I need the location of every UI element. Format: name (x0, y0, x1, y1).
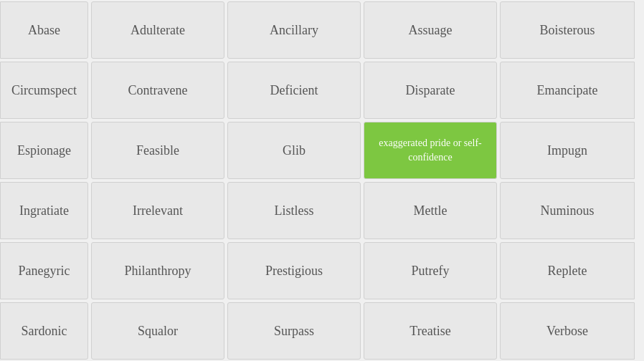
vocab-card-r4c3[interactable]: Putrefy (364, 242, 497, 299)
vocab-card-label: Putrefy (412, 264, 450, 279)
vocab-card-label: Sardonic (22, 324, 67, 339)
vocab-card-r0c0[interactable]: Abase (0, 1, 88, 59)
vocab-card-label: Emancipate (537, 83, 598, 98)
vocab-card-label: Surpass (274, 324, 314, 339)
vocab-card-r5c1[interactable]: Squalor (91, 302, 224, 360)
vocab-card-label: Verbose (546, 324, 588, 339)
vocab-card-label: Contravene (128, 83, 188, 98)
vocab-card-r3c1[interactable]: Irrelevant (91, 182, 224, 239)
vocab-card-r2c0[interactable]: Espionage (0, 122, 88, 179)
vocab-card-label: Mettle (414, 203, 448, 218)
vocab-card-label: Boisterous (539, 23, 595, 38)
vocab-card-r3c3[interactable]: Mettle (364, 182, 497, 239)
vocab-card-r2c4[interactable]: Impugn (500, 122, 635, 179)
vocab-card-label: Feasible (136, 143, 179, 158)
vocab-card-r1c4[interactable]: Emancipate (500, 62, 635, 119)
vocab-card-r5c3[interactable]: Treatise (364, 302, 497, 360)
vocab-card-r1c0[interactable]: Circumspect (0, 62, 88, 119)
vocab-card-r5c4[interactable]: Verbose (500, 302, 635, 360)
vocab-card-label: Impugn (547, 143, 587, 158)
vocab-card-label: Treatise (409, 324, 450, 339)
vocab-card-r0c4[interactable]: Boisterous (500, 1, 635, 59)
vocab-card-r2c3[interactable]: exaggerated pride or self-confidence (364, 122, 497, 179)
vocab-card-label: Deficient (270, 83, 318, 98)
vocab-card-label: Replete (548, 264, 587, 279)
vocab-card-r5c2[interactable]: Surpass (227, 302, 361, 360)
vocab-card-r4c1[interactable]: Philanthropy (91, 242, 224, 299)
vocab-card-r0c3[interactable]: Assuage (364, 1, 497, 59)
vocab-card-label: Listless (274, 203, 313, 218)
vocab-card-label: Panegyric (19, 264, 70, 279)
vocab-card-r2c1[interactable]: Feasible (91, 122, 224, 179)
vocab-card-label: Abase (28, 23, 60, 38)
vocab-card-r0c2[interactable]: Ancillary (227, 1, 361, 59)
vocabulary-grid: AbaseAdulterateAncillaryAssuageBoisterou… (0, 0, 644, 361)
vocab-card-label: Philanthropy (125, 264, 191, 279)
vocab-card-label: Adulterate (131, 23, 185, 38)
vocab-card-r3c0[interactable]: Ingratiate (0, 182, 88, 239)
vocab-card-label: Irrelevant (133, 203, 183, 218)
vocab-card-r1c2[interactable]: Deficient (227, 62, 361, 119)
vocab-card-r3c4[interactable]: Numinous (500, 182, 635, 239)
vocab-card-r4c0[interactable]: Panegyric (0, 242, 88, 299)
vocab-card-r4c4[interactable]: Replete (500, 242, 635, 299)
vocab-card-label: Numinous (540, 203, 594, 218)
vocab-card-label: exaggerated pride or self-confidence (370, 136, 491, 164)
vocab-card-label: Ancillary (270, 23, 318, 38)
vocab-card-r2c2[interactable]: Glib (227, 122, 361, 179)
vocab-card-label: Ingratiate (19, 203, 69, 218)
vocab-card-r3c2[interactable]: Listless (227, 182, 361, 239)
vocab-card-label: Disparate (406, 83, 455, 98)
vocab-card-label: Assuage (409, 23, 453, 38)
vocab-card-r4c2[interactable]: Prestigious (227, 242, 361, 299)
vocab-card-r1c1[interactable]: Contravene (91, 62, 224, 119)
vocab-card-label: Circumspect (11, 83, 77, 98)
vocab-card-label: Prestigious (265, 264, 323, 279)
vocab-card-r0c1[interactable]: Adulterate (91, 1, 224, 59)
vocab-card-r5c0[interactable]: Sardonic (0, 302, 88, 360)
vocab-card-label: Espionage (17, 143, 71, 158)
vocab-card-r1c3[interactable]: Disparate (364, 62, 497, 119)
vocab-card-label: Glib (283, 143, 306, 158)
vocab-card-label: Squalor (138, 324, 178, 339)
